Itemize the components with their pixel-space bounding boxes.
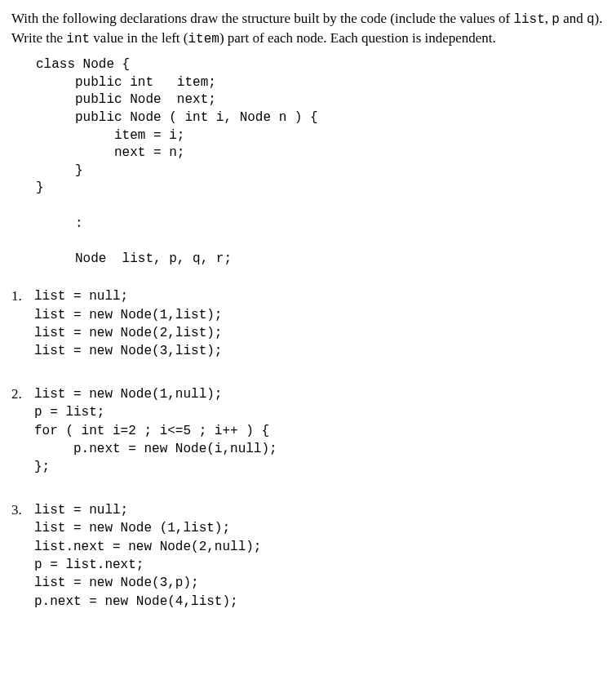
question-code: list = null; list = new Node(1,list); li… [34, 287, 222, 361]
intro-text-4: value in the left ( [90, 30, 188, 46]
question-code: list = new Node(1,null); p = list; for (… [34, 385, 277, 477]
question-number: 2. [11, 385, 34, 404]
intro-code-int: int [66, 32, 90, 47]
question-number: 3. [11, 501, 34, 520]
question-block-3: 3. list = null; list = new Node (1,list)… [11, 501, 605, 611]
intro-code-item: item [188, 32, 219, 47]
question-block-1: 1. list = null; list = new Node(1,list);… [11, 287, 605, 361]
question-code: list = null; list = new Node (1,list); l… [34, 501, 261, 611]
intro-text-2: and [560, 11, 587, 26]
intro-code-p: p [552, 12, 560, 27]
question-number: 1. [11, 287, 34, 306]
intro-paragraph: With the following declarations draw the… [11, 10, 605, 48]
question-block-2: 2. list = new Node(1,null); p = list; fo… [11, 385, 605, 477]
intro-text-5: ) part of each node. Each question is in… [219, 30, 496, 46]
intro-code-list: list [513, 12, 544, 27]
intro-code-q: q [587, 12, 595, 27]
class-definition-code: class Node { public int item; public Nod… [36, 56, 605, 268]
intro-text-1: With the following declarations draw the… [11, 11, 513, 26]
